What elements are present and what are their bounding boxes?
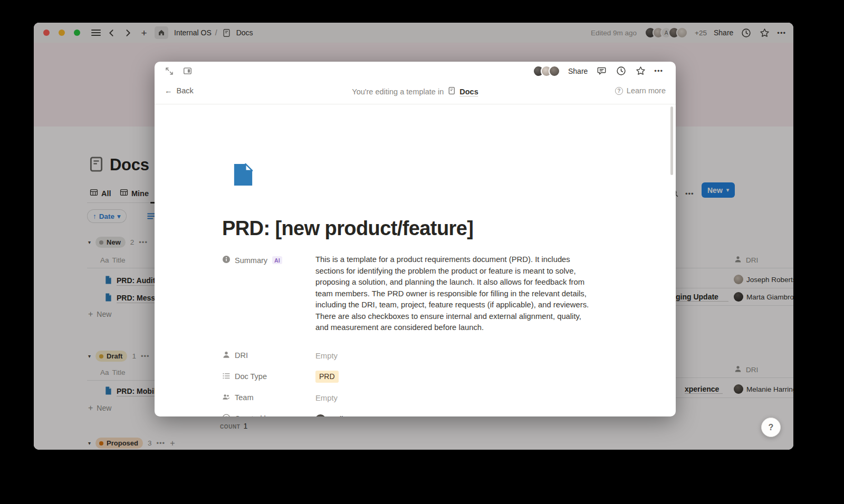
avatar[interactable]	[549, 65, 560, 77]
learn-more-label: Learn more	[627, 86, 666, 95]
property-row-doc-type: Doc Type PRD	[222, 371, 605, 385]
property-row-summary: Summary AI This is a template for a prod…	[222, 254, 605, 334]
property-label-summary[interactable]: Summary AI	[222, 254, 315, 265]
people-icon	[222, 393, 231, 403]
app-window: + Internal OS / Docs Edited 9m ago A	[34, 23, 793, 450]
document-title[interactable]: PRD: [new product/feature]	[222, 217, 473, 240]
created-by-name: Holly T	[330, 414, 354, 417]
help-button[interactable]: ?	[761, 418, 781, 437]
updates-clock-icon[interactable]	[615, 65, 627, 77]
more-options-icon[interactable]: •••	[654, 67, 663, 75]
learn-more-link[interactable]: ? Learn more	[615, 86, 666, 95]
property-name: Summary	[235, 256, 267, 265]
info-icon	[222, 255, 231, 265]
arrow-left-icon: ←	[165, 86, 172, 95]
property-name: Doc Type	[235, 372, 267, 381]
doc-type-value[interactable]: PRD	[315, 371, 605, 383]
modal-share-button[interactable]: Share	[568, 67, 588, 75]
team-value[interactable]: Empty	[315, 392, 605, 404]
document-page-icon[interactable]	[231, 162, 255, 189]
property-row-team: Team Empty	[222, 392, 605, 406]
banner-message: You're editing a template in Docs	[352, 86, 478, 97]
favorite-star-icon[interactable]	[635, 65, 646, 77]
template-banner: ← Back You're editing a template in Docs…	[155, 79, 676, 104]
viewer-avatars[interactable]	[533, 65, 560, 77]
modal-scrollbar[interactable]	[670, 106, 673, 175]
modal-toolbar: Share •••	[155, 62, 676, 79]
property-label-doc-type[interactable]: Doc Type	[222, 371, 315, 382]
created-by-value[interactable]: Holly T	[315, 413, 605, 417]
modal-toolbar-left	[164, 65, 193, 77]
desktop: + Internal OS / Docs Edited 9m ago A	[0, 0, 844, 504]
comments-icon[interactable]	[596, 65, 607, 77]
property-name: Created by	[235, 414, 272, 416]
side-peek-icon[interactable]	[181, 65, 193, 77]
dri-value[interactable]: Empty	[315, 350, 605, 362]
property-label-created-by[interactable]: Created by	[222, 413, 315, 417]
back-button[interactable]: ← Back	[165, 86, 194, 95]
person-circle-icon	[222, 414, 231, 417]
modal-toolbar-right: Share •••	[533, 65, 663, 77]
expand-fullpage-icon[interactable]	[164, 65, 175, 77]
back-label: Back	[177, 86, 194, 95]
ai-badge: AI	[272, 256, 282, 264]
property-label-dri[interactable]: DRI	[222, 350, 315, 361]
property-name: DRI	[235, 351, 248, 360]
doc-type-tag[interactable]: PRD	[315, 371, 339, 383]
banner-message-text: You're editing a template in	[352, 88, 444, 96]
property-row-created-by: Created by Holly T	[222, 413, 605, 417]
list-icon	[222, 372, 231, 382]
person-icon	[222, 351, 231, 361]
property-label-team[interactable]: Team	[222, 392, 315, 403]
doc-outline-icon	[447, 86, 456, 97]
property-row-dri: DRI Empty	[222, 350, 605, 364]
banner-doc-link[interactable]: Docs	[459, 88, 478, 96]
summary-value[interactable]: This is a template for a product require…	[315, 254, 605, 334]
question-circle-icon: ?	[615, 87, 623, 95]
template-editor-modal: Share ••• ← Back	[155, 62, 676, 416]
property-list: Summary AI This is a template for a prod…	[222, 254, 605, 416]
property-name: Team	[235, 393, 253, 402]
avatar	[315, 414, 325, 416]
